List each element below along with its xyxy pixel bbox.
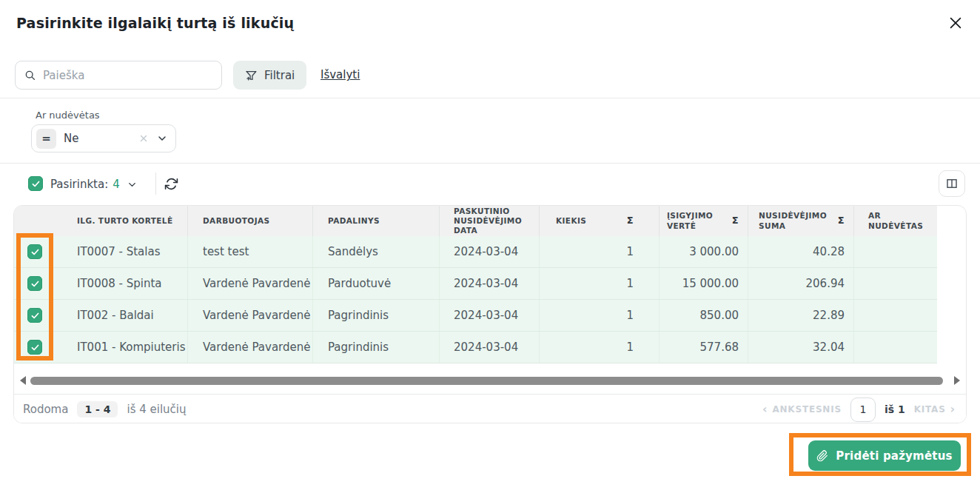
row-checkbox[interactable] (27, 276, 42, 291)
table-row[interactable]: IT002 - Baldai Vardenė Pavardenė Pagrind… (14, 300, 937, 332)
add-selected-button[interactable]: Pridėti pažymėtus (808, 440, 961, 471)
cell-department: Pagrindinis (313, 300, 440, 331)
next-page-button[interactable]: KITAS › (914, 403, 956, 415)
column-settings-button[interactable] (939, 170, 965, 197)
cell-employee: Vardenė Pavardenė (188, 300, 313, 331)
cell-is-worn (854, 268, 937, 299)
horizontal-scrollbar-thumb[interactable] (30, 377, 943, 385)
cell-depreciation: 32.04 (748, 332, 854, 363)
cell-department: Sandėlys (313, 236, 440, 267)
select-all-checkbox[interactable] (28, 176, 43, 191)
filters-button[interactable]: Filtrai (233, 61, 306, 90)
table-row[interactable]: IT0008 - Spinta Vardenė Pavardenė Parduo… (14, 268, 937, 300)
columns-icon (945, 177, 959, 190)
search-icon (24, 70, 36, 81)
modal-title: Pasirinkite ilgalaikį turtą iš likučių (16, 15, 294, 31)
cell-date: 2024-03-04 (440, 268, 540, 299)
cell-asset-card: IT0007 - Stalas (66, 236, 188, 267)
paperclip-icon (816, 450, 828, 462)
cell-quantity: 1 (540, 300, 660, 331)
cell-is-worn (854, 236, 937, 267)
filter-field-label: Ar nudėvėtas (36, 110, 100, 121)
divider (0, 98, 980, 98)
filter-value: Ne (64, 132, 131, 145)
cell-depreciation: 22.89 (748, 300, 854, 331)
cell-asset-card: IT0008 - Spinta (66, 268, 188, 299)
table-row[interactable]: IT0007 - Stalas test test Sandėlys 2024-… (14, 236, 937, 268)
header-asset-card[interactable]: ILG. TURTO KORTELĖ (66, 206, 188, 236)
page-of-label: iš 1 (885, 403, 905, 415)
table-footer: Rodoma 1 - 4 iš 4 eilučių ‹ ANKSTESNIS 1… (14, 394, 966, 423)
cell-date: 2024-03-04 (440, 300, 540, 331)
header-acquisition-value[interactable]: ĮSIGYJIMO VERTĖ Σ (660, 206, 748, 236)
refresh-icon (164, 177, 178, 191)
cell-depreciation: 40.28 (748, 236, 854, 267)
cell-department: Pagrindinis (313, 332, 440, 363)
refresh-button[interactable] (163, 175, 179, 192)
cell-department: Parduotuvė (313, 268, 440, 299)
header-checkbox-cell (14, 206, 66, 236)
cell-quantity: 1 (540, 268, 660, 299)
cell-is-worn (854, 332, 937, 363)
cell-acquisition-value: 3 000.00 (660, 236, 748, 267)
check-icon (31, 179, 41, 189)
divider (0, 163, 980, 164)
cell-employee: Vardenė Pavardenė (188, 268, 313, 299)
divider (155, 172, 156, 195)
selected-label: Pasirinkta: (50, 178, 108, 191)
row-checkbox[interactable] (27, 308, 42, 323)
search-input[interactable] (43, 69, 212, 82)
rows-total-label: iš 4 eilučių (127, 403, 186, 416)
search-input-wrap (15, 61, 222, 90)
chevron-right-icon: › (950, 403, 956, 415)
chevron-down-icon (127, 179, 138, 190)
cell-acquisition-value: 15 000.00 (660, 268, 748, 299)
clear-filter-value-icon[interactable] (138, 133, 149, 144)
header-employee[interactable]: DARBUOTOJAS (188, 206, 313, 236)
cell-quantity: 1 (540, 236, 660, 267)
cell-acquisition-value: 577.68 (660, 332, 748, 363)
filter-operator-button[interactable]: = (36, 129, 56, 149)
scroll-left-arrow[interactable] (20, 376, 26, 385)
previous-page-button[interactable]: ‹ ANKSTESNIS (762, 403, 842, 415)
cell-depreciation: 206.94 (748, 268, 854, 299)
header-is-worn[interactable]: AR NUDĖVĖTAS (854, 206, 937, 236)
filters-button-label: Filtrai (264, 69, 295, 82)
cell-employee: Vardenė Pavardenė (188, 332, 313, 363)
cell-date: 2024-03-04 (440, 236, 540, 267)
check-icon (30, 279, 40, 289)
chevron-down-icon[interactable] (156, 133, 168, 144)
cell-asset-card: IT001 - Kompiuteris (66, 332, 188, 363)
filter-icon (245, 69, 258, 81)
header-depreciation-amount[interactable]: NUSIDĖVĖJIMO SUMA Σ (748, 206, 854, 236)
selected-count: 4 (113, 178, 120, 191)
close-button[interactable] (944, 12, 967, 34)
row-checkbox[interactable] (27, 340, 42, 355)
assets-table: ILG. TURTO KORTELĖ DARBUOTOJAS PADALINYS… (13, 205, 967, 423)
sum-icon[interactable]: Σ (627, 215, 634, 227)
sum-icon[interactable]: Σ (838, 215, 845, 227)
page-number-input[interactable]: 1 (850, 398, 876, 422)
header-department[interactable]: PADALINYS (313, 206, 440, 236)
sum-icon[interactable]: Σ (732, 215, 739, 227)
table-header-row: ILG. TURTO KORTELĖ DARBUOTOJAS PADALINYS… (14, 206, 937, 236)
row-checkbox[interactable] (27, 244, 42, 259)
cell-quantity: 1 (540, 332, 660, 363)
cell-is-worn (854, 300, 937, 331)
header-quantity[interactable]: KIEKIS Σ (540, 206, 660, 236)
cell-date: 2024-03-04 (440, 332, 540, 363)
cell-acquisition-value: 850.00 (660, 300, 748, 331)
scroll-right-arrow[interactable] (954, 376, 960, 385)
clear-filters-link[interactable]: Išvalyti (320, 68, 360, 81)
table-row[interactable]: IT001 - Kompiuteris Vardenė Pavardenė Pa… (14, 332, 937, 363)
check-icon (30, 343, 40, 352)
add-selected-label: Pridėti pažymėtus (836, 449, 952, 463)
horizontal-scroll-area (14, 363, 966, 394)
cell-employee: test test (188, 236, 313, 267)
select-asset-modal: Pasirinkite ilgalaikį turtą iš likučių F… (0, 0, 980, 493)
check-icon (30, 311, 40, 321)
rows-range-badge: 1 - 4 (77, 401, 118, 417)
selected-count-dropdown[interactable]: Pasirinkta: 4 (50, 178, 138, 191)
filter-chip[interactable]: = Ne (31, 124, 176, 152)
header-last-depreciation-date[interactable]: PASKUTINIO NUSIDĖVĖJIMO DATA (440, 206, 540, 236)
